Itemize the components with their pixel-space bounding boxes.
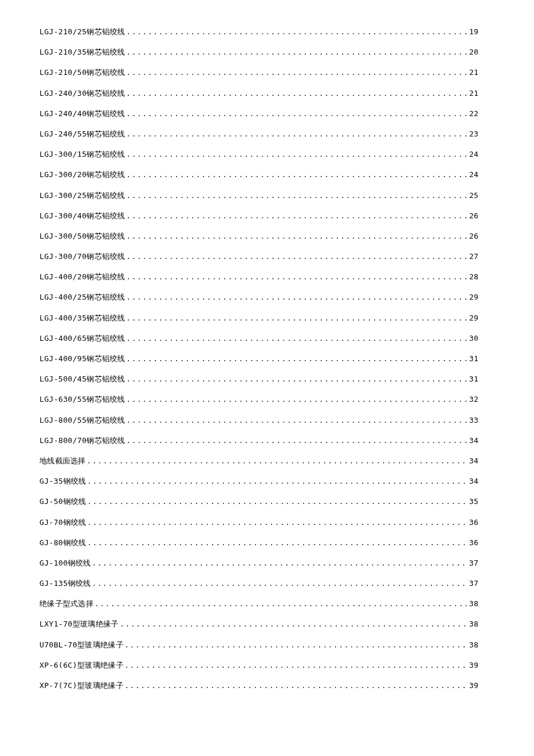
toc-entry-title: LGJ-300/40钢芯铝绞线	[39, 212, 125, 219]
toc-entry-title: LGJ-210/25钢芯铝绞线	[39, 28, 125, 35]
toc-entry-page: 26	[467, 232, 478, 240]
toc-entry: LGJ-800/55钢芯铝绞线33	[39, 416, 478, 424]
toc-entry-title: LGJ-300/25钢芯铝绞线	[39, 192, 125, 199]
toc-entry: GJ-80钢绞线36	[39, 539, 478, 546]
toc-entry-page: 37	[467, 579, 478, 587]
toc-entry-title: GJ-100钢绞线	[39, 559, 91, 567]
toc-leader-dots	[124, 682, 467, 689]
toc-leader-dots	[125, 273, 467, 280]
toc-entry-page: 20	[467, 48, 478, 56]
toc-leader-dots	[125, 151, 467, 158]
toc-entry: LGJ-630/55钢芯铝绞线32	[39, 395, 478, 403]
toc-entry-title: LGJ-300/70钢芯铝绞线	[39, 253, 125, 260]
toc-entry-title: LGJ-800/70钢芯铝绞线	[39, 437, 125, 444]
toc-entry-title: LGJ-400/25钢芯铝绞线	[39, 293, 125, 301]
toc-entry: LGJ-300/50钢芯铝绞线26	[39, 232, 478, 240]
toc-entry: LGJ-300/25钢芯铝绞线25	[39, 192, 478, 199]
toc-entry-page: 37	[467, 559, 478, 567]
toc-entry: LGJ-240/30钢芯铝绞线21	[39, 89, 478, 97]
toc-entry-page: 22	[467, 110, 478, 117]
toc-entry: LGJ-400/65钢芯铝绞线30	[39, 334, 478, 342]
toc-entry-page: 30	[467, 334, 478, 342]
toc-entry-page: 34	[467, 437, 478, 444]
toc-entry-title: LGJ-240/30钢芯铝绞线	[39, 89, 125, 97]
toc-entry-title: LGJ-400/95钢芯铝绞线	[39, 355, 125, 362]
toc-entry-title: LGJ-210/35钢芯铝绞线	[39, 48, 125, 56]
toc-entry-title: 地线截面选择	[39, 457, 86, 465]
toc-entry-title: LGJ-300/50钢芯铝绞线	[39, 232, 125, 240]
toc-leader-dots	[125, 253, 467, 260]
toc-entry-title: GJ-135钢绞线	[39, 579, 91, 587]
toc-leader-dots	[119, 621, 467, 628]
toc-entry-page: 36	[467, 519, 478, 526]
toc-entry-page: 35	[467, 498, 478, 505]
toc-leader-dots	[125, 110, 467, 117]
toc-entry: U70BL-70型玻璃绝缘子38	[39, 641, 478, 649]
toc-leader-dots	[125, 69, 467, 76]
toc-entry-title: LGJ-300/20钢芯铝绞线	[39, 171, 125, 178]
toc-entry-page: 38	[467, 641, 478, 649]
toc-entry-page: 21	[467, 89, 478, 97]
toc-leader-dots	[125, 233, 467, 240]
toc-leader-dots	[125, 213, 467, 219]
toc-entry-title: GJ-70钢绞线	[39, 519, 86, 526]
toc-leader-dots	[86, 458, 467, 465]
toc-entry-title: LGJ-210/50钢芯铝绞线	[39, 69, 125, 76]
toc-entry: GJ-35钢绞线34	[39, 477, 478, 485]
toc-entry-title: LGJ-500/45钢芯铝绞线	[39, 375, 125, 383]
toc-leader-dots	[124, 662, 467, 669]
toc-entry: LGJ-500/45钢芯铝绞线31	[39, 375, 478, 383]
toc-entry-page: 32	[467, 395, 478, 403]
table-of-contents: LGJ-210/25钢芯铝绞线19LGJ-210/35钢芯铝绞线20LGJ-21…	[39, 28, 478, 689]
toc-entry-title: U70BL-70型玻璃绝缘子	[39, 641, 124, 649]
toc-leader-dots	[125, 417, 467, 424]
toc-entry-page: 31	[467, 355, 478, 362]
toc-entry-page: 27	[467, 253, 478, 260]
toc-entry-title: LGJ-400/35钢芯铝绞线	[39, 314, 125, 322]
toc-entry-page: 39	[467, 661, 478, 669]
toc-leader-dots	[91, 580, 467, 587]
toc-entry-title: XP-7(7C)型玻璃绝缘子	[39, 682, 124, 689]
toc-leader-dots	[86, 478, 467, 485]
toc-entry-page: 29	[467, 314, 478, 322]
toc-entry-title: LGJ-240/40钢芯铝绞线	[39, 110, 125, 117]
toc-entry: GJ-100钢绞线37	[39, 559, 478, 567]
toc-entry-page: 34	[467, 457, 478, 465]
toc-entry-page: 28	[467, 273, 478, 280]
toc-entry-page: 38	[467, 600, 478, 607]
toc-entry: LGJ-210/25钢芯铝绞线19	[39, 28, 478, 35]
toc-entry-page: 23	[467, 130, 478, 138]
toc-leader-dots	[125, 90, 467, 97]
toc-entry: LGJ-300/40钢芯铝绞线26	[39, 212, 478, 219]
toc-leader-dots	[125, 171, 467, 178]
toc-entry: 绝缘子型式选择38	[39, 600, 478, 607]
toc-leader-dots	[125, 131, 467, 138]
toc-entry: XP-6(6C)型玻璃绝缘子 39	[39, 661, 478, 669]
toc-entry-page: 31	[467, 375, 478, 383]
toc-entry-title: LGJ-400/65钢芯铝绞线	[39, 334, 125, 342]
toc-entry: GJ-50钢绞线35	[39, 498, 478, 505]
toc-leader-dots	[125, 49, 467, 56]
toc-leader-dots	[86, 498, 467, 505]
toc-leader-dots	[125, 192, 467, 199]
toc-entry: GJ-70钢绞线36	[39, 519, 478, 526]
toc-leader-dots	[125, 294, 467, 301]
toc-entry-page: 19	[467, 28, 478, 35]
toc-entry: LGJ-210/35钢芯铝绞线20	[39, 48, 478, 56]
toc-leader-dots	[86, 519, 467, 526]
toc-leader-dots	[125, 355, 467, 362]
toc-entry-title: LGJ-300/15钢芯铝绞线	[39, 150, 125, 158]
toc-entry-page: 34	[467, 477, 478, 485]
toc-entry-title: XP-6(6C)型玻璃绝缘子	[39, 661, 124, 669]
toc-entry: LXY1-70型玻璃绝缘子38	[39, 620, 478, 628]
toc-entry-title: GJ-35钢绞线	[39, 477, 86, 485]
toc-leader-dots	[125, 28, 467, 35]
toc-entry: LGJ-800/70钢芯铝绞线34	[39, 437, 478, 444]
toc-entry-title: LGJ-630/55钢芯铝绞线	[39, 395, 125, 403]
toc-entry: LGJ-300/15钢芯铝绞线24	[39, 150, 478, 158]
toc-entry-page: 38	[467, 620, 478, 628]
toc-leader-dots	[124, 642, 467, 649]
toc-leader-dots	[93, 600, 467, 607]
toc-entry: XP-7(7C)型玻璃绝缘子 39	[39, 682, 478, 689]
toc-entry-page: 26	[467, 212, 478, 219]
